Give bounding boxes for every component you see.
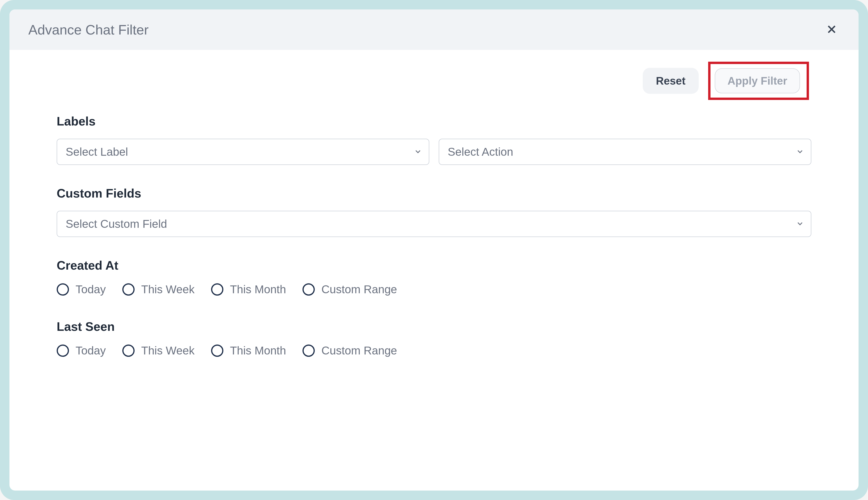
- radio-label: Custom Range: [321, 344, 397, 357]
- radio-icon: [57, 344, 69, 357]
- select-custom-field-placeholder: Select Custom Field: [66, 217, 167, 230]
- radio-icon: [211, 344, 223, 357]
- chevron-down-icon: [796, 217, 804, 230]
- created-at-option-custom-range[interactable]: Custom Range: [303, 283, 397, 296]
- last-seen-heading: Last Seen: [57, 319, 811, 334]
- close-icon: [826, 24, 837, 36]
- radio-icon: [122, 344, 134, 357]
- created-at-radio-group: Today This Week This Month Custom Range: [57, 283, 811, 296]
- reset-button[interactable]: Reset: [643, 68, 699, 94]
- labels-select-row: Select Label Select Action: [57, 139, 811, 165]
- last-seen-option-this-month[interactable]: This Month: [211, 344, 286, 357]
- radio-label: This Week: [141, 344, 195, 357]
- dialog-title: Advance Chat Filter: [28, 22, 149, 37]
- radio-icon: [303, 344, 315, 357]
- select-label-dropdown[interactable]: Select Label: [57, 139, 429, 165]
- created-at-heading: Created At: [57, 258, 811, 272]
- radio-label: Today: [75, 344, 106, 357]
- radio-icon: [122, 283, 134, 296]
- apply-filter-button[interactable]: Apply Filter: [715, 68, 800, 93]
- created-at-option-today[interactable]: Today: [57, 283, 106, 296]
- advance-chat-filter-dialog: Advance Chat Filter Reset Apply Filter L…: [10, 10, 858, 490]
- select-action-placeholder: Select Action: [448, 145, 513, 158]
- last-seen-option-today[interactable]: Today: [57, 344, 106, 357]
- radio-label: This Month: [230, 283, 286, 296]
- last-seen-radio-group: Today This Week This Month Custom Range: [57, 344, 811, 357]
- radio-label: Custom Range: [321, 283, 397, 296]
- apply-filter-highlight: Apply Filter: [708, 62, 809, 100]
- radio-icon: [57, 283, 69, 296]
- radio-label: Today: [75, 283, 106, 296]
- close-button[interactable]: [824, 21, 840, 38]
- custom-fields-heading: Custom Fields: [57, 186, 811, 201]
- select-custom-field-dropdown[interactable]: Select Custom Field: [57, 211, 811, 237]
- dialog-header: Advance Chat Filter: [10, 10, 858, 50]
- last-seen-option-custom-range[interactable]: Custom Range: [303, 344, 397, 357]
- select-action-dropdown[interactable]: Select Action: [439, 139, 811, 165]
- radio-icon: [211, 283, 223, 296]
- radio-icon: [303, 283, 315, 296]
- dialog-body[interactable]: Reset Apply Filter Labels Select Label: [10, 50, 858, 490]
- chevron-down-icon: [796, 145, 804, 158]
- dialog-body-inner: Reset Apply Filter Labels Select Label: [10, 50, 858, 400]
- radio-label: This Week: [141, 283, 195, 296]
- created-at-option-this-month[interactable]: This Month: [211, 283, 286, 296]
- chevron-down-icon: [414, 145, 422, 158]
- radio-label: This Month: [230, 344, 286, 357]
- action-row: Reset Apply Filter: [57, 62, 811, 100]
- created-at-option-this-week[interactable]: This Week: [122, 283, 195, 296]
- last-seen-option-this-week[interactable]: This Week: [122, 344, 195, 357]
- select-label-placeholder: Select Label: [66, 145, 128, 158]
- labels-heading: Labels: [57, 114, 811, 128]
- outer-frame: Advance Chat Filter Reset Apply Filter L…: [0, 0, 868, 500]
